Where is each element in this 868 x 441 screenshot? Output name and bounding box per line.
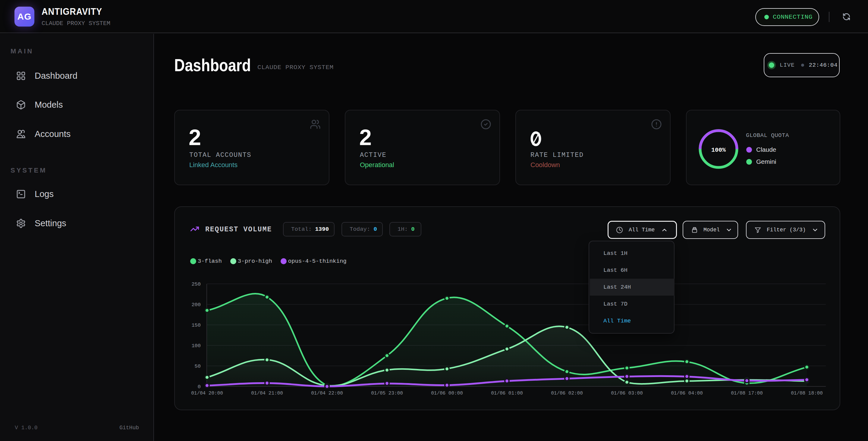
svg-text:01/06 00:00: 01/06 00:00 — [431, 391, 463, 396]
svg-text:0: 0 — [198, 384, 201, 390]
svg-text:01/06 01:00: 01/06 01:00 — [491, 391, 523, 396]
svg-text:01/05 23:00: 01/05 23:00 — [371, 391, 403, 396]
svg-text:250: 250 — [191, 282, 201, 287]
svg-text:01/06 03:00: 01/06 03:00 — [611, 391, 643, 396]
svg-text:01/08 18:00: 01/08 18:00 — [791, 391, 823, 396]
svg-text:50: 50 — [195, 363, 201, 369]
svg-text:01/06 04:00: 01/06 04:00 — [671, 391, 703, 396]
svg-text:01/04 20:00: 01/04 20:00 — [191, 391, 223, 396]
svg-text:150: 150 — [191, 322, 201, 328]
svg-text:01/04 21:00: 01/04 21:00 — [251, 391, 283, 396]
svg-text:100: 100 — [191, 343, 201, 349]
svg-text:01/04 22:00: 01/04 22:00 — [311, 391, 343, 396]
svg-text:01/06 02:00: 01/06 02:00 — [551, 391, 583, 396]
svg-text:01/08 17:00: 01/08 17:00 — [731, 391, 763, 396]
svg-text:200: 200 — [191, 302, 201, 308]
